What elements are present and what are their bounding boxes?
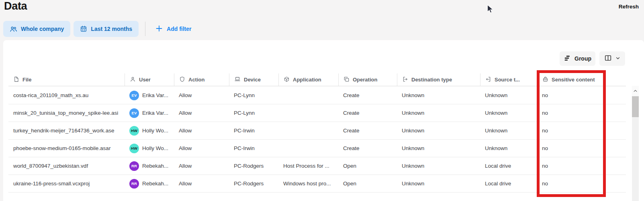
column-header-user[interactable]: User	[125, 73, 174, 86]
filter-chip-daterange-label: Last 12 months	[91, 26, 132, 32]
table-row[interactable]: phoebe-snow-medium-0165-mobile.asar HW H…	[8, 140, 626, 157]
scrollbar-thumb[interactable]	[632, 96, 639, 117]
cell-source-type: Local drive	[480, 175, 537, 192]
person-icon	[130, 76, 136, 83]
avatar: RR	[129, 161, 139, 171]
cell-operation: Create	[338, 122, 397, 139]
cell-source-type: Unknown	[480, 122, 537, 139]
cell-device: PC-Lynn	[229, 104, 278, 122]
column-header-action[interactable]: Action	[174, 73, 229, 86]
cell-destination-type: Unknown	[397, 122, 480, 139]
cell-operation: Create	[338, 87, 397, 104]
filter-divider	[145, 22, 145, 36]
cell-sensitive-content: no	[537, 104, 626, 122]
filter-bar: Whole company Last 12 months Add filter	[3, 21, 196, 37]
cell-action: Allow	[174, 87, 229, 104]
column-header-source-type[interactable]: Source t...	[480, 73, 537, 86]
cell-action: Allow	[174, 175, 229, 192]
cell-device: PC-Irwin	[229, 122, 278, 139]
avatar: EV	[129, 108, 139, 118]
calendar-icon	[80, 25, 87, 32]
column-header-application[interactable]: Application	[278, 73, 338, 86]
column-header-device[interactable]: Device	[229, 73, 278, 86]
table-row[interactable]: ukraine-116-press-small.vcxproj RR Rebek…	[8, 175, 626, 193]
cell-destination-type: Unknown	[397, 175, 480, 192]
cell-destination-type: Unknown	[397, 140, 480, 157]
column-header-destination-type[interactable]: Destination type	[397, 73, 480, 86]
chevron-up-icon	[633, 89, 638, 93]
cell-file: world_8700947_uzbekistan.vdf	[8, 157, 125, 175]
column-header-operation[interactable]: Operation	[338, 73, 397, 86]
cell-source-type: Local drive	[480, 157, 537, 175]
scroll-up-button[interactable]	[632, 86, 639, 96]
cell-user: RR Rebekah...	[125, 175, 174, 192]
operation-icon	[343, 76, 350, 83]
column-header-sensitive-content[interactable]: Sensitive content	[537, 73, 626, 86]
table-row[interactable]: minsk_20_tunisia_top_money_spike-lee.asi…	[8, 104, 626, 122]
cell-sensitive-content: no	[537, 122, 626, 139]
app-icon	[284, 76, 290, 83]
shield-icon	[179, 76, 185, 83]
cell-user: HW Holly Wo...	[125, 140, 174, 157]
table-row[interactable]: costa-rica_201109_math_xs.au EV Erika Va…	[8, 87, 626, 104]
filter-chip-scope[interactable]: Whole company	[3, 21, 70, 37]
cell-application	[278, 104, 338, 122]
refresh-button[interactable]: Refresh	[619, 4, 639, 10]
group-button-label: Group	[574, 55, 591, 62]
cell-sensitive-content: no	[537, 157, 626, 175]
avatar: HW	[129, 126, 139, 136]
cell-action: Allow	[174, 104, 229, 122]
cell-action: Allow	[174, 140, 229, 157]
add-filter-button[interactable]: Add filter	[151, 21, 195, 37]
sensitive-content-icon	[542, 76, 548, 83]
table-body: costa-rica_201109_math_xs.au EV Erika Va…	[8, 87, 626, 193]
cell-action: Allow	[174, 157, 229, 175]
cell-operation: Open	[338, 175, 397, 192]
source-icon	[485, 76, 491, 83]
people-icon	[10, 25, 17, 33]
cell-destination-type: Unknown	[397, 87, 480, 104]
columns-button[interactable]	[599, 51, 625, 66]
cell-file: minsk_20_tunisia_top_money_spike-lee.asi	[8, 104, 125, 122]
cell-source-type: Unknown	[480, 140, 537, 157]
cell-application: Windows host pro...	[278, 175, 338, 192]
destination-icon	[402, 76, 408, 83]
columns-icon	[604, 54, 612, 63]
table-row[interactable]: world_8700947_uzbekistan.vdf RR Rebekah.…	[8, 157, 626, 175]
group-icon	[564, 55, 571, 63]
vertical-scrollbar	[632, 86, 639, 201]
cell-device: PC-Irwin	[229, 140, 278, 157]
cell-application	[278, 87, 338, 104]
cell-operation: Open	[338, 157, 397, 175]
cell-application	[278, 122, 338, 139]
filter-chip-scope-label: Whole company	[21, 26, 64, 32]
cell-action: Allow	[174, 122, 229, 139]
cell-device: PC-Lynn	[229, 87, 278, 104]
cell-user: EV Erika Var...	[125, 87, 174, 104]
filter-chip-daterange[interactable]: Last 12 months	[74, 21, 139, 37]
cell-destination-type: Unknown	[397, 104, 480, 122]
cell-sensitive-content: no	[537, 140, 626, 157]
cell-device: PC-Rodgers	[229, 175, 278, 192]
avatar: HW	[129, 144, 139, 153]
cell-user: EV Erika Var...	[125, 104, 174, 122]
avatar: RR	[129, 179, 139, 189]
cell-device: PC-Rodgers	[229, 157, 278, 175]
cell-destination-type: Unknown	[397, 157, 480, 175]
cell-operation: Create	[338, 140, 397, 157]
page-title: Data	[4, 0, 27, 12]
cell-file: phoebe-snow-medium-0165-mobile.asar	[8, 140, 125, 157]
cell-application: Host Process for ...	[278, 157, 338, 175]
cell-operation: Create	[338, 104, 397, 122]
cell-user: HW Holly Wo...	[125, 122, 174, 139]
table-row[interactable]: turkey_hendrik-meijer_7164736_work.ase H…	[8, 122, 626, 140]
cell-file: costa-rica_201109_math_xs.au	[8, 87, 125, 104]
chevron-down-icon	[615, 55, 620, 62]
device-icon	[234, 76, 241, 83]
column-header-file[interactable]: File	[8, 73, 125, 86]
group-button[interactable]: Group	[560, 51, 595, 66]
cell-user: RR Rebekah...	[125, 157, 174, 175]
file-icon	[13, 76, 19, 83]
cell-sensitive-content: no	[537, 175, 626, 192]
cell-sensitive-content: no	[537, 87, 626, 104]
